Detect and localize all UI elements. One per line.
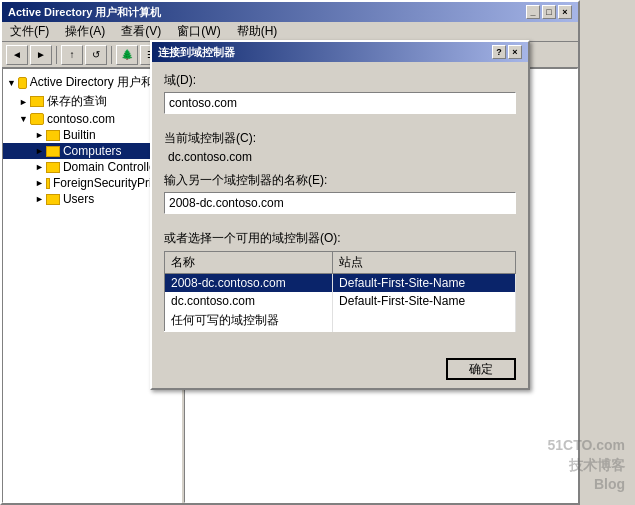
menu-help[interactable]: 帮助(H) xyxy=(229,21,286,42)
menu-file[interactable]: 文件(F) xyxy=(2,21,57,42)
back-button[interactable]: ◄ xyxy=(6,45,28,65)
folder-users-icon xyxy=(46,194,60,205)
row-site-2: Default-First-Site-Name xyxy=(333,292,516,310)
tree-builtin-label: Builtin xyxy=(63,128,96,142)
folder-computers-icon xyxy=(46,146,60,157)
folder-builtin-icon xyxy=(46,130,60,141)
ad-contoso-icon xyxy=(30,113,44,125)
forward-button[interactable]: ► xyxy=(30,45,52,65)
dialog-title-buttons: ? × xyxy=(492,45,522,59)
table-row[interactable]: 任何可写的域控制器 xyxy=(165,310,516,332)
row-name-3: 任何可写的域控制器 xyxy=(165,310,333,332)
menu-window[interactable]: 窗口(W) xyxy=(169,21,228,42)
tree-button[interactable]: 🌲 xyxy=(116,45,138,65)
table-row[interactable]: dc.contoso.com Default-First-Site-Name xyxy=(165,292,516,310)
expand-builtin-icon: ► xyxy=(35,130,44,140)
expand-root-icon: ▼ xyxy=(7,78,16,88)
watermark-line2: 技术博客 xyxy=(547,456,625,476)
dialog-help-button[interactable]: ? xyxy=(492,45,506,59)
current-dc-section: 当前域控制器(C): dc.contoso.com xyxy=(164,130,516,164)
dialog-body: 域(D): 当前域控制器(C): dc.contoso.com 输入另一个域控制… xyxy=(152,62,528,350)
menu-bar: 文件(F) 操作(A) 查看(V) 窗口(W) 帮助(H) xyxy=(2,22,578,42)
expand-dc-icon: ► xyxy=(35,162,44,172)
tree-users-label: Users xyxy=(63,192,94,206)
current-dc-label: 当前域控制器(C): xyxy=(164,130,516,147)
dc-table-body: 2008-dc.contoso.com Default-First-Site-N… xyxy=(165,274,516,332)
tree-saved-label: 保存的查询 xyxy=(47,93,107,110)
dialog-title: 连接到域控制器 xyxy=(158,45,235,60)
dialog-footer: 确定 xyxy=(152,350,528,388)
enter-dc-input[interactable] xyxy=(164,192,516,214)
expand-computers-icon: ► xyxy=(35,146,44,156)
row-site-1: Default-First-Site-Name xyxy=(333,274,516,293)
ad-root-icon xyxy=(18,77,27,89)
row-name-1: 2008-dc.contoso.com xyxy=(165,274,333,293)
close-button[interactable]: × xyxy=(558,5,572,19)
refresh-button[interactable]: ↺ xyxy=(85,45,107,65)
main-title-bar: Active Directory 用户和计算机 _ □ × xyxy=(2,2,578,22)
row-name-2: dc.contoso.com xyxy=(165,292,333,310)
enter-dc-label: 输入另一个域控制器的名称(E): xyxy=(164,172,516,189)
dialog-title-bar: 连接到域控制器 ? × xyxy=(152,42,528,62)
menu-action[interactable]: 操作(A) xyxy=(57,21,113,42)
domain-label: 域(D): xyxy=(164,72,516,89)
connect-dc-dialog: 连接到域控制器 ? × 域(D): 当前域控制器(C): dc.contoso.… xyxy=(150,40,530,390)
watermark-line3: Blog xyxy=(547,475,625,495)
minimize-button[interactable]: _ xyxy=(526,5,540,19)
expand-saved-icon: ► xyxy=(19,97,28,107)
watermark: 51CTO.com 技术博客 Blog xyxy=(547,436,625,495)
dc-table: 名称 站点 2008-dc.contoso.com Default-First-… xyxy=(164,251,516,332)
dialog-close-button[interactable]: × xyxy=(508,45,522,59)
current-dc-value: dc.contoso.com xyxy=(164,150,516,164)
col-name: 名称 xyxy=(165,252,333,274)
maximize-button[interactable]: □ xyxy=(542,5,556,19)
up-button[interactable]: ↑ xyxy=(61,45,83,65)
table-row[interactable]: 2008-dc.contoso.com Default-First-Site-N… xyxy=(165,274,516,293)
row-site-3 xyxy=(333,310,516,332)
folder-fsp-icon xyxy=(46,178,50,189)
toolbar-separator-1 xyxy=(56,46,57,64)
tree-computers-label: Computers xyxy=(63,144,122,158)
folder-saved-icon xyxy=(30,96,44,107)
main-window-title: Active Directory 用户和计算机 xyxy=(8,5,161,20)
ok-button[interactable]: 确定 xyxy=(446,358,516,380)
domain-input[interactable] xyxy=(164,92,516,114)
folder-dc-icon xyxy=(46,162,60,173)
expand-contoso-icon: ▼ xyxy=(19,114,28,124)
col-site: 站点 xyxy=(333,252,516,274)
toolbar-separator-2 xyxy=(111,46,112,64)
domain-section: 域(D): xyxy=(164,72,516,122)
enter-dc-section: 输入另一个域控制器的名称(E): xyxy=(164,172,516,222)
select-dc-label: 或者选择一个可用的域控制器(O): xyxy=(164,230,516,247)
expand-fsp-icon: ► xyxy=(35,178,44,188)
tree-contoso-label: contoso.com xyxy=(47,112,115,126)
dc-table-header: 名称 站点 xyxy=(165,252,516,274)
main-window-controls: _ □ × xyxy=(526,5,572,19)
expand-users-icon: ► xyxy=(35,194,44,204)
watermark-line1: 51CTO.com xyxy=(547,436,625,456)
select-dc-section: 或者选择一个可用的域控制器(O): 名称 站点 2008-dc.contoso.… xyxy=(164,230,516,332)
menu-view[interactable]: 查看(V) xyxy=(113,21,169,42)
